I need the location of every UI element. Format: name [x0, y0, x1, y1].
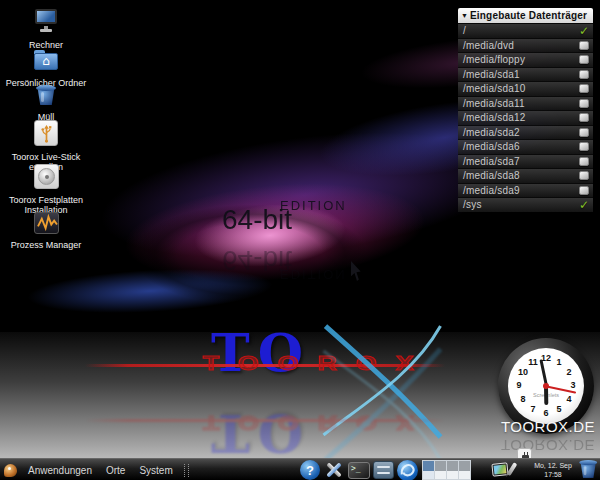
device-path: /media/sda10 — [463, 83, 579, 94]
panel-clock[interactable]: Mo, 12. Sep 17:58 — [531, 461, 575, 479]
arch-label-reflection: 64-bit — [222, 244, 292, 276]
device-path: /media/sda6 — [463, 141, 579, 152]
device-row[interactable]: /media/sda10 — [458, 81, 593, 96]
menu-applications[interactable]: Anwendungen — [21, 459, 99, 480]
device-row[interactable]: /media/floppy — [458, 52, 593, 67]
pager-desktop-1[interactable] — [423, 461, 434, 479]
toorox-x-swirl-reflection — [317, 346, 449, 462]
clock-face: 12 1 2 3 4 5 6 7 8 9 10 11 Screenlets — [508, 348, 584, 424]
device-path: /media/sda1 — [463, 69, 579, 80]
device-path: /media/sda8 — [463, 170, 579, 181]
device-path: /media/sda11 — [463, 98, 579, 109]
desktop-icon-hd-installation[interactable]: Toorox Festplatten Installation — [0, 164, 92, 215]
mount-checkbox[interactable] — [579, 84, 589, 93]
menu-system[interactable]: System — [132, 459, 179, 480]
device-path: /media/dvd — [463, 40, 579, 51]
trash-icon — [34, 84, 58, 106]
toorox-logo-reflection: TO TOOROX — [195, 392, 455, 458]
device-row[interactable]: /media/sda12 — [458, 110, 593, 125]
harddisk-icon — [34, 164, 59, 189]
web-browser-launcher-icon[interactable] — [397, 460, 418, 480]
workspace-pager — [422, 460, 471, 480]
mount-checkbox[interactable] — [579, 171, 589, 180]
device-row[interactable]: /sys ✓ — [458, 197, 593, 212]
pager-desktop-4[interactable] — [459, 461, 470, 479]
wallpaper-arch-text: EDITION 64-bit — [222, 198, 382, 240]
device-row[interactable]: /media/sda7 — [458, 154, 593, 169]
mount-checkbox[interactable] — [579, 113, 589, 122]
mount-checkbox[interactable] — [579, 70, 589, 79]
device-path: / — [463, 25, 579, 36]
device-row[interactable]: /media/dvd — [458, 38, 593, 53]
device-row[interactable]: /media/sda9 — [458, 183, 593, 198]
mount-checkbox[interactable] — [579, 128, 589, 137]
icon-label: Prozess Manager — [0, 240, 92, 250]
clock-number: 11 — [527, 357, 539, 367]
process-manager-icon — [34, 212, 59, 234]
help-launcher-icon[interactable]: ? — [300, 460, 320, 480]
panel-handle[interactable] — [184, 464, 189, 477]
mounted-devices-panel: ▼ Eingebaute Datenträger / ✓ /media/dvd … — [458, 8, 593, 212]
wallpaper-arch-reflection: EDITION 64-bit — [222, 240, 382, 282]
file-cabinet-launcher-icon[interactable] — [373, 461, 394, 479]
taskbar: Anwendungen Orte System ? >_ — [0, 458, 600, 480]
quick-launchers: ? >_ — [300, 459, 418, 480]
clock-number: 10 — [517, 367, 529, 377]
desktop-icon-trash[interactable]: Müll — [0, 84, 92, 122]
desktop: EDITION 64-bit EDITION 64-bit TO TOOROX … — [0, 0, 600, 480]
desktop-icon-home-folder[interactable]: ⌂ Persönlicher Ordner — [0, 48, 92, 88]
device-panel-title: Eingebaute Datenträger — [470, 10, 587, 21]
distro-menu-icon[interactable] — [4, 464, 17, 477]
device-path: /media/floppy — [463, 54, 579, 65]
mounted-check-icon[interactable]: ✓ — [579, 200, 589, 210]
device-row[interactable]: /media/sda8 — [458, 168, 593, 183]
toorox-site-label: TOOROX.DE — [478, 418, 600, 435]
clock-number: 5 — [553, 404, 565, 414]
clock-number: 7 — [527, 404, 539, 414]
device-path: /media/sda2 — [463, 127, 579, 138]
device-row[interactable]: /media/sda6 — [458, 139, 593, 154]
device-path: /media/sda12 — [463, 112, 579, 123]
arch-label: 64-bit — [222, 204, 292, 236]
clock-number: 2 — [563, 367, 575, 377]
device-row[interactable]: /media/sda11 — [458, 96, 593, 111]
computer-icon — [32, 8, 60, 34]
device-row[interactable]: /media/sda2 — [458, 125, 593, 140]
mount-checkbox[interactable] — [579, 157, 589, 166]
pager-desktop-3[interactable] — [447, 461, 458, 479]
panel-clock-time: 17:58 — [531, 470, 575, 479]
clock-number: 9 — [513, 380, 525, 390]
desktop-icon-computer[interactable]: Rechner — [0, 8, 92, 50]
home-folder-icon: ⌂ — [32, 48, 60, 72]
device-path: /sys — [463, 199, 579, 210]
device-panel-header[interactable]: ▼ Eingebaute Datenträger — [458, 8, 593, 23]
system-tools-launcher-icon[interactable] — [323, 459, 345, 480]
mount-checkbox[interactable] — [579, 142, 589, 151]
device-path: /media/sda7 — [463, 156, 579, 167]
mount-checkbox[interactable] — [579, 99, 589, 108]
clock-number: 3 — [567, 380, 579, 390]
clock-number: 1 — [553, 357, 565, 367]
toorox-site-label-reflection: TOOROX.DE — [478, 437, 600, 454]
usb-stick-icon — [34, 120, 58, 146]
device-row[interactable]: /media/sda1 — [458, 67, 593, 82]
mount-checkbox[interactable] — [579, 41, 589, 50]
collapse-triangle-icon: ▼ — [461, 12, 468, 19]
menu-places[interactable]: Orte — [99, 459, 132, 480]
mount-checkbox[interactable] — [579, 186, 589, 195]
mount-checkbox[interactable] — [579, 55, 589, 64]
desktop-icon-process-manager[interactable]: Prozess Manager — [0, 212, 92, 250]
mounted-check-icon[interactable]: ✓ — [579, 26, 589, 36]
device-row[interactable]: / ✓ — [458, 23, 593, 38]
panel-trash-icon[interactable] — [577, 459, 599, 479]
menu-bar: Anwendungen Orte System — [4, 459, 189, 480]
panel-clock-date: Mo, 12. Sep — [531, 461, 575, 470]
clock-center-cap — [543, 383, 549, 389]
terminal-launcher-icon[interactable]: >_ — [348, 462, 370, 479]
pager-desktop-2[interactable] — [435, 461, 446, 479]
clock-number: 6 — [540, 408, 552, 418]
pen-tray-icon[interactable] — [507, 462, 517, 476]
device-path: /media/sda9 — [463, 185, 579, 196]
